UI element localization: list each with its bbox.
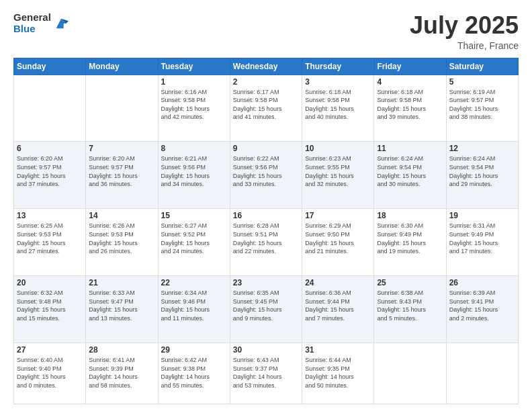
table-row: 16Sunrise: 6:28 AM Sunset: 9:51 PM Dayli…	[230, 209, 302, 276]
day-number: 20	[17, 278, 83, 287]
calendar-header-row: Sunday Monday Tuesday Wednesday Thursday…	[14, 58, 519, 75]
calendar-week-row: 13Sunrise: 6:25 AM Sunset: 9:53 PM Dayli…	[14, 209, 519, 276]
table-row: 10Sunrise: 6:23 AM Sunset: 9:55 PM Dayli…	[302, 142, 374, 209]
day-info: Sunrise: 6:36 AM Sunset: 9:44 PM Dayligh…	[305, 289, 371, 322]
day-info: Sunrise: 6:24 AM Sunset: 9:54 PM Dayligh…	[449, 154, 515, 188]
page: General Blue July 2025 Thaire, France Su…	[0, 0, 532, 411]
day-number: 29	[161, 345, 227, 355]
table-row	[86, 75, 158, 142]
title-month: July 2025	[410, 12, 519, 39]
day-number: 23	[233, 278, 299, 287]
day-info: Sunrise: 6:24 AM Sunset: 9:54 PM Dayligh…	[377, 154, 443, 188]
table-row: 29Sunrise: 6:42 AM Sunset: 9:38 PM Dayli…	[158, 343, 230, 404]
table-row	[14, 75, 86, 142]
table-row: 24Sunrise: 6:36 AM Sunset: 9:44 PM Dayli…	[302, 276, 374, 343]
table-row: 18Sunrise: 6:30 AM Sunset: 9:49 PM Dayli…	[374, 209, 446, 276]
day-info: Sunrise: 6:18 AM Sunset: 9:58 PM Dayligh…	[377, 88, 443, 122]
header-friday: Friday	[374, 58, 446, 75]
day-info: Sunrise: 6:19 AM Sunset: 9:57 PM Dayligh…	[449, 88, 515, 122]
title-block: July 2025 Thaire, France	[410, 12, 519, 51]
day-number: 10	[305, 144, 371, 153]
calendar-week-row: 20Sunrise: 6:32 AM Sunset: 9:48 PM Dayli…	[14, 276, 519, 343]
day-number: 1	[161, 77, 227, 87]
day-number: 5	[449, 77, 515, 87]
table-row: 17Sunrise: 6:29 AM Sunset: 9:50 PM Dayli…	[302, 209, 374, 276]
day-info: Sunrise: 6:27 AM Sunset: 9:52 PM Dayligh…	[161, 222, 227, 255]
day-info: Sunrise: 6:39 AM Sunset: 9:41 PM Dayligh…	[449, 289, 515, 322]
day-info: Sunrise: 6:17 AM Sunset: 9:58 PM Dayligh…	[233, 88, 299, 122]
day-info: Sunrise: 6:25 AM Sunset: 9:53 PM Dayligh…	[17, 222, 83, 255]
logo-blue: Blue	[13, 24, 51, 35]
header-tuesday: Tuesday	[158, 58, 230, 75]
day-info: Sunrise: 6:40 AM Sunset: 9:40 PM Dayligh…	[17, 356, 83, 390]
day-number: 4	[377, 77, 443, 87]
calendar-week-row: 27Sunrise: 6:40 AM Sunset: 9:40 PM Dayli…	[14, 343, 519, 404]
day-number: 8	[161, 144, 227, 153]
day-info: Sunrise: 6:22 AM Sunset: 9:56 PM Dayligh…	[233, 154, 299, 188]
table-row: 12Sunrise: 6:24 AM Sunset: 9:54 PM Dayli…	[446, 142, 518, 209]
day-info: Sunrise: 6:34 AM Sunset: 9:46 PM Dayligh…	[161, 289, 227, 322]
day-info: Sunrise: 6:28 AM Sunset: 9:51 PM Dayligh…	[233, 222, 299, 255]
calendar-table: Sunday Monday Tuesday Wednesday Thursday…	[13, 58, 519, 404]
table-row	[374, 343, 446, 404]
table-row: 13Sunrise: 6:25 AM Sunset: 9:53 PM Dayli…	[14, 209, 86, 276]
calendar-week-row: 6Sunrise: 6:20 AM Sunset: 9:57 PM Daylig…	[14, 142, 519, 209]
day-number: 2	[233, 77, 299, 87]
day-info: Sunrise: 6:23 AM Sunset: 9:55 PM Dayligh…	[305, 154, 371, 188]
table-row: 5Sunrise: 6:19 AM Sunset: 9:57 PM Daylig…	[446, 75, 518, 142]
day-number: 15	[161, 211, 227, 220]
day-info: Sunrise: 6:33 AM Sunset: 9:47 PM Dayligh…	[89, 289, 154, 322]
title-location: Thaire, France	[410, 40, 519, 51]
day-info: Sunrise: 6:41 AM Sunset: 9:39 PM Dayligh…	[89, 356, 154, 390]
day-number: 31	[305, 345, 371, 355]
table-row: 1Sunrise: 6:16 AM Sunset: 9:58 PM Daylig…	[158, 75, 230, 142]
table-row: 31Sunrise: 6:44 AM Sunset: 9:35 PM Dayli…	[302, 343, 374, 404]
table-row	[446, 343, 518, 404]
day-number: 6	[17, 144, 83, 153]
header: General Blue July 2025 Thaire, France	[13, 12, 519, 51]
header-thursday: Thursday	[302, 58, 374, 75]
table-row: 30Sunrise: 6:43 AM Sunset: 9:37 PM Dayli…	[230, 343, 302, 404]
header-wednesday: Wednesday	[230, 58, 302, 75]
day-number: 24	[305, 278, 371, 287]
table-row: 7Sunrise: 6:20 AM Sunset: 9:57 PM Daylig…	[86, 142, 158, 209]
table-row: 14Sunrise: 6:26 AM Sunset: 9:53 PM Dayli…	[86, 209, 158, 276]
day-info: Sunrise: 6:38 AM Sunset: 9:43 PM Dayligh…	[377, 289, 443, 322]
day-number: 25	[377, 278, 443, 287]
day-info: Sunrise: 6:20 AM Sunset: 9:57 PM Dayligh…	[17, 154, 83, 188]
table-row: 27Sunrise: 6:40 AM Sunset: 9:40 PM Dayli…	[14, 343, 86, 404]
day-info: Sunrise: 6:29 AM Sunset: 9:50 PM Dayligh…	[305, 222, 371, 255]
table-row: 15Sunrise: 6:27 AM Sunset: 9:52 PM Dayli…	[158, 209, 230, 276]
logo-general: General	[13, 12, 51, 24]
logo-icon	[54, 16, 69, 31]
header-sunday: Sunday	[14, 58, 86, 75]
day-number: 7	[89, 144, 154, 153]
day-number: 11	[377, 144, 443, 153]
table-row: 3Sunrise: 6:18 AM Sunset: 9:58 PM Daylig…	[302, 75, 374, 142]
day-number: 30	[233, 345, 299, 355]
table-row: 23Sunrise: 6:35 AM Sunset: 9:45 PM Dayli…	[230, 276, 302, 343]
table-row: 2Sunrise: 6:17 AM Sunset: 9:58 PM Daylig…	[230, 75, 302, 142]
table-row: 20Sunrise: 6:32 AM Sunset: 9:48 PM Dayli…	[14, 276, 86, 343]
day-info: Sunrise: 6:21 AM Sunset: 9:56 PM Dayligh…	[161, 154, 227, 188]
day-number: 21	[89, 278, 154, 287]
day-info: Sunrise: 6:16 AM Sunset: 9:58 PM Dayligh…	[161, 88, 227, 122]
day-info: Sunrise: 6:30 AM Sunset: 9:49 PM Dayligh…	[377, 222, 443, 255]
day-number: 9	[233, 144, 299, 153]
table-row: 22Sunrise: 6:34 AM Sunset: 9:46 PM Dayli…	[158, 276, 230, 343]
day-number: 13	[17, 211, 83, 220]
day-number: 26	[449, 278, 515, 287]
day-number: 17	[305, 211, 371, 220]
table-row: 8Sunrise: 6:21 AM Sunset: 9:56 PM Daylig…	[158, 142, 230, 209]
table-row: 4Sunrise: 6:18 AM Sunset: 9:58 PM Daylig…	[374, 75, 446, 142]
day-number: 12	[449, 144, 515, 153]
day-number: 18	[377, 211, 443, 220]
day-info: Sunrise: 6:32 AM Sunset: 9:48 PM Dayligh…	[17, 289, 83, 322]
table-row: 28Sunrise: 6:41 AM Sunset: 9:39 PM Dayli…	[86, 343, 158, 404]
table-row: 6Sunrise: 6:20 AM Sunset: 9:57 PM Daylig…	[14, 142, 86, 209]
day-info: Sunrise: 6:35 AM Sunset: 9:45 PM Dayligh…	[233, 289, 299, 322]
day-info: Sunrise: 6:44 AM Sunset: 9:35 PM Dayligh…	[305, 356, 371, 390]
day-number: 3	[305, 77, 371, 87]
header-saturday: Saturday	[446, 58, 518, 75]
day-info: Sunrise: 6:26 AM Sunset: 9:53 PM Dayligh…	[89, 222, 154, 255]
